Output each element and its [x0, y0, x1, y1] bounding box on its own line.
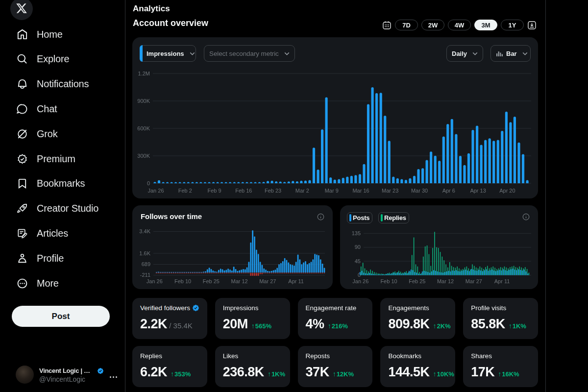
svg-text:Feb 2: Feb 2	[178, 188, 192, 194]
svg-text:Jan 26: Jan 26	[352, 278, 368, 284]
svg-text:135: 135	[352, 230, 361, 236]
svg-text:Apr 6: Apr 6	[442, 188, 455, 194]
svg-text:900K: 900K	[137, 98, 150, 104]
svg-text:-211: -211	[140, 272, 150, 278]
svg-text:Jan 26: Jan 26	[147, 278, 163, 284]
svg-text:Feb 25: Feb 25	[409, 278, 425, 284]
svg-text:Feb 25: Feb 25	[203, 278, 220, 284]
svg-text:Feb 16: Feb 16	[235, 188, 252, 194]
svg-text:Mar 12: Mar 12	[231, 278, 247, 284]
svg-text:45: 45	[355, 258, 361, 264]
svg-text:Jan 26: Jan 26	[147, 188, 164, 194]
svg-text:Mar 27: Mar 27	[259, 278, 276, 284]
svg-text:Apr 13: Apr 13	[470, 188, 486, 194]
svg-text:Mar 27: Mar 27	[466, 278, 482, 284]
svg-text:300K: 300K	[137, 153, 150, 159]
svg-text:Mar 30: Mar 30	[411, 188, 428, 194]
svg-text:600K: 600K	[137, 125, 150, 131]
svg-text:3.4K: 3.4K	[139, 228, 150, 234]
svg-text:Mar 12: Mar 12	[437, 278, 454, 284]
svg-text:Feb 23: Feb 23	[265, 188, 281, 194]
svg-text:Feb 9: Feb 9	[208, 188, 221, 194]
svg-text:Mar 9: Mar 9	[325, 188, 339, 194]
svg-text:Feb 10: Feb 10	[380, 278, 397, 284]
svg-text:Mar 2: Mar 2	[295, 188, 309, 194]
svg-text:Feb 10: Feb 10	[174, 278, 191, 284]
svg-text:Apr 20: Apr 20	[499, 188, 515, 194]
svg-text:90: 90	[355, 244, 361, 250]
svg-text:1.6K: 1.6K	[139, 250, 150, 256]
svg-text:Mar 23: Mar 23	[382, 188, 398, 194]
svg-text:Apr 11: Apr 11	[288, 278, 304, 284]
svg-text:1.2M: 1.2M	[138, 71, 150, 76]
svg-text:0: 0	[147, 180, 150, 186]
svg-text:Mar 16: Mar 16	[352, 188, 369, 194]
svg-text:Apr 11: Apr 11	[494, 278, 510, 284]
svg-text:689: 689	[142, 261, 150, 267]
